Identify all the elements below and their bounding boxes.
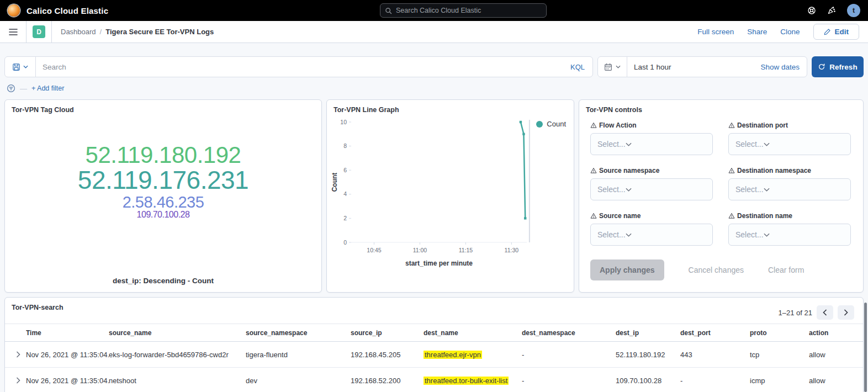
date-quick-select-button[interactable] [598,57,627,77]
app-title: Calico Cloud Elastic [27,6,108,15]
chevron-down-icon [764,142,770,146]
newsfeed-icon[interactable] [827,6,836,15]
column-header-action[interactable]: action [809,329,863,337]
warning-icon [728,167,735,174]
svg-text:10: 10 [340,119,347,125]
refresh-icon [818,63,825,71]
global-search[interactable] [380,3,547,18]
breadcrumb-bar: D Dashboard / Tigera Secure EE Tor-VPN L… [0,21,868,43]
control-select-flow-action[interactable]: Select... [590,133,713,155]
column-header-source_ip[interactable]: source_ip [351,329,424,337]
show-dates-button[interactable]: Show dates [760,63,807,71]
hamburger-icon [9,28,18,36]
column-header-dest_ip[interactable]: dest_ip [616,329,680,337]
clear-form-button[interactable]: Clear form [768,266,804,274]
time-picker: Last 1 hour Show dates [597,56,807,77]
menu-button[interactable] [0,21,27,43]
next-page-button[interactable] [838,305,854,320]
tag-cloud-word[interactable]: 52.119.180.192 [5,143,321,167]
scrollbar[interactable] [864,303,867,392]
cell-proto: icmp [750,377,809,385]
panel-title: Tor-VPN Tag Cloud [5,100,321,114]
dashboard-panels: Tor-VPN Tag Cloud 52.119.180.19252.119.1… [4,99,864,293]
tag-cloud-word[interactable]: 109.70.100.28 [5,210,321,220]
add-filter-button[interactable]: + Add filter [31,84,64,92]
apply-changes-button[interactable]: Apply changes [590,259,664,280]
full-screen-link[interactable]: Full screen [697,28,734,36]
saved-query-icon [12,63,20,71]
column-header-dest_port[interactable]: dest_port [680,329,750,337]
cell-dest_ip: 109.70.100.28 [616,377,680,385]
column-header-source_name[interactable]: source_name [109,329,246,337]
help-icon[interactable] [807,6,816,15]
control-label-text: Source name [599,212,641,220]
clone-link[interactable]: Clone [780,28,800,36]
breadcrumb: Dashboard / Tigera Secure EE Tor-VPN Log… [61,28,214,36]
svg-text:11:00: 11:00 [413,247,427,253]
svg-text:start_time per minute: start_time per minute [405,259,473,267]
warning-icon [728,213,735,219]
column-header-dest_name[interactable]: dest_name [424,329,522,337]
controls-form: Flow ActionSelect...Destination portSele… [579,114,863,257]
expand-row-button[interactable] [10,351,26,358]
breadcrumb-dashboard-link[interactable]: Dashboard [61,28,96,36]
warning-icon [590,167,597,174]
control-select-destination-name[interactable]: Select... [728,224,851,246]
svg-text:Count: Count [331,173,338,192]
control-label: Destination port [728,121,851,129]
cell-source_namespace: tigera-fluentd [246,351,351,359]
prev-page-button[interactable] [817,305,833,320]
cell-dest_ip: 52.119.180.192 [616,351,680,359]
kql-language-button[interactable]: KQL [570,63,592,71]
cell-source_ip: 192.168.52.200 [351,377,424,385]
svg-text:4: 4 [343,190,347,197]
share-link[interactable]: Share [747,28,767,36]
query-search-input[interactable] [36,63,570,71]
column-header-time[interactable]: Time [26,329,109,337]
cell-source_ip: 192.168.45.205 [351,351,424,359]
calico-logo [8,4,20,17]
legend-item-count[interactable]: Count [536,120,566,128]
control-select-destination-namespace[interactable]: Select... [728,178,851,200]
cancel-changes-button[interactable]: Cancel changes [689,266,744,274]
control-select-destination-port[interactable]: Select... [728,133,851,155]
chevron-down-icon [626,188,632,192]
panel-title: Tor-VPN controls [579,100,863,114]
select-placeholder: Select... [735,185,764,194]
control-label-text: Destination port [737,121,788,129]
refresh-button[interactable]: Refresh [812,56,864,77]
cell-dest_port: 443 [680,351,750,359]
column-header-source_namespace[interactable]: source_namespace [246,329,351,337]
chevron-down-icon [23,65,28,68]
chevron-down-icon [626,142,632,146]
filter-divider: — [20,84,27,93]
control-select-source-namespace[interactable]: Select... [590,178,713,200]
cell-source_namespace: dev [246,377,351,385]
column-header-proto[interactable]: proto [750,329,809,337]
global-search-input[interactable] [396,7,542,14]
control-field: Destination nameSelect... [728,212,851,257]
saved-query-menu-button[interactable] [5,57,36,77]
highlighted-value: threatfeed.ejr-vpn [424,351,482,359]
control-label: Destination name [728,212,851,220]
warning-icon [590,213,597,219]
time-range-value[interactable]: Last 1 hour [627,63,671,71]
query-bar: KQL Last 1 hour Show dates Refresh [4,56,864,77]
control-label: Source namespace [590,167,713,174]
tag-cloud-word[interactable]: 52.119.176.231 [5,167,321,194]
kql-search-bar: KQL [4,56,593,77]
dashboard-app-badge[interactable]: D [27,21,52,43]
control-field: Flow ActionSelect... [590,121,713,167]
user-avatar[interactable]: t [847,4,860,17]
select-placeholder: Select... [597,230,626,239]
control-field: Source nameSelect... [590,212,713,257]
tag-cloud-word[interactable]: 2.58.46.235 [5,194,321,210]
edit-button[interactable]: Edit [813,24,860,40]
expand-row-button[interactable] [10,377,26,384]
panel-title: Tor-VPN-search [5,298,863,311]
filter-options-icon[interactable] [7,84,15,93]
control-field: Destination portSelect... [728,121,851,167]
control-field: Destination namespaceSelect... [728,167,851,212]
column-header-dest_namespace[interactable]: dest_namespace [522,329,616,337]
control-select-source-name[interactable]: Select... [590,224,713,246]
